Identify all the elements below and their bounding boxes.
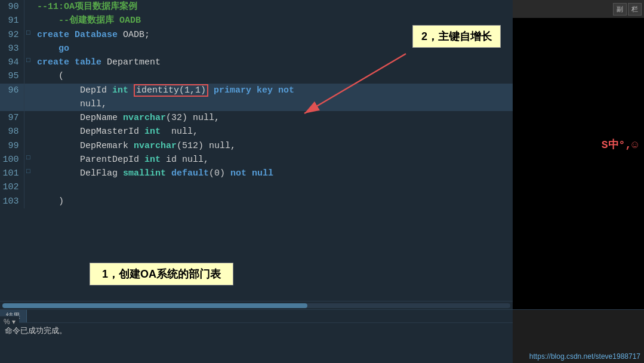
- annotation-2: 2，主键自增长: [412, 25, 501, 48]
- fold-indicator[interactable]: [24, 139, 32, 153]
- line-number: 96: [0, 84, 24, 112]
- fold-indicator[interactable]: [24, 125, 32, 139]
- right-panel: 副 栏 S中°,☺: [513, 0, 644, 309]
- line-number: 98: [0, 125, 24, 139]
- panel-btn-2[interactable]: 栏: [628, 3, 642, 16]
- table-row: 98 DepMasterId int null,: [0, 125, 513, 139]
- code-editor: 90--11:OA项目数据库案例91 --创建数据库 OADB92□create…: [0, 0, 513, 309]
- fold-indicator[interactable]: [24, 84, 32, 112]
- right-panel-top: 副 栏: [513, 0, 644, 18]
- results-content: 命令已成功完成。: [0, 323, 513, 363]
- line-code: DepId int identity(1,1) primary key not …: [32, 84, 513, 112]
- table-row: 97 DepName nvarchar(32) null,: [0, 111, 513, 125]
- fold-indicator[interactable]: [24, 111, 32, 125]
- scroll-track[interactable]: [2, 303, 510, 308]
- csdn-link[interactable]: https://blog.csdn.net/steve1988717: [529, 352, 640, 361]
- panel-btn-1[interactable]: 副: [613, 3, 627, 16]
- line-code: ParentDepId int id null,: [32, 153, 513, 167]
- fold-indicator[interactable]: □: [24, 28, 32, 42]
- line-code: --11:OA项目数据库案例: [32, 0, 513, 14]
- line-number: 100: [0, 153, 24, 167]
- line-number: 92: [0, 28, 24, 42]
- line-number: 97: [0, 111, 24, 125]
- bottom-left: 结果 命令已成功完成。: [0, 310, 513, 363]
- line-number: 95: [0, 69, 24, 83]
- annotation-1: 1，创建OA系统的部门表: [90, 263, 233, 285]
- fold-indicator[interactable]: □: [24, 153, 32, 167]
- scroll-thumb[interactable]: [2, 303, 307, 308]
- line-number: 90: [0, 0, 24, 14]
- results-tab: 结果: [0, 310, 513, 323]
- zoom-indicator[interactable]: % ▾: [0, 316, 19, 327]
- table-row: 95 (: [0, 69, 513, 83]
- line-number: 103: [0, 195, 24, 208]
- fold-indicator[interactable]: [24, 195, 32, 208]
- main-area: 90--11:OA项目数据库案例91 --创建数据库 OADB92□create…: [0, 0, 644, 309]
- table-row: 101□ DelFlag smallint default(0) not nul…: [0, 167, 513, 180]
- bottom-right: https://blog.csdn.net/steve1988717: [513, 310, 644, 363]
- sogou-logo: S中°,☺: [602, 137, 638, 152]
- line-code: DepMasterId int null,: [32, 125, 513, 139]
- table-row: 100□ ParentDepId int id null,: [0, 153, 513, 167]
- table-row: 99 DepRemark nvarchar(512) null,: [0, 139, 513, 153]
- fold-indicator[interactable]: [24, 0, 32, 14]
- fold-indicator[interactable]: □: [24, 56, 32, 69]
- identity-keyword: identity(1,1): [134, 84, 208, 97]
- line-number: 99: [0, 139, 24, 153]
- table-row: 96 DepId int identity(1,1) primary key n…: [0, 84, 513, 112]
- line-number: 94: [0, 56, 24, 69]
- line-code: DepRemark nvarchar(512) null,: [32, 139, 513, 153]
- line-code: DepName nvarchar(32) null,: [32, 111, 513, 125]
- line-code: create table Department: [32, 56, 513, 69]
- fold-indicator[interactable]: [24, 42, 32, 56]
- line-number: 93: [0, 42, 24, 56]
- line-code: DelFlag smallint default(0) not null: [32, 167, 513, 180]
- line-code: ): [32, 195, 513, 208]
- table-row: 90--11:OA项目数据库案例: [0, 0, 513, 14]
- table-row: 94□create table Department: [0, 56, 513, 69]
- line-number: 102: [0, 180, 24, 194]
- bottom-area: 结果 命令已成功完成。 https://blog.csdn.net/steve1…: [0, 309, 644, 363]
- fold-indicator[interactable]: [24, 180, 32, 194]
- line-code: [32, 180, 513, 194]
- table-row: 102: [0, 180, 513, 194]
- fold-indicator[interactable]: □: [24, 167, 32, 180]
- fold-indicator[interactable]: [24, 69, 32, 83]
- table-row: 103 ): [0, 195, 513, 208]
- line-number: 101: [0, 167, 24, 180]
- scroll-bar[interactable]: [0, 301, 513, 309]
- fold-indicator[interactable]: [24, 14, 32, 27]
- line-number: 91: [0, 14, 24, 27]
- line-code: (: [32, 69, 513, 83]
